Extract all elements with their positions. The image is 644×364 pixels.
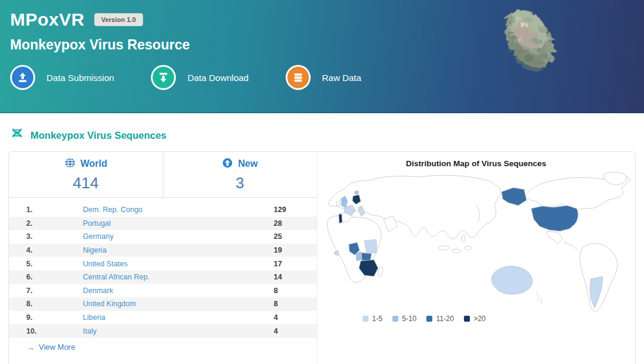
count-cell: 8: [274, 300, 278, 308]
country-link[interactable]: Italy: [83, 327, 274, 335]
virus-particle-image: [491, 1, 568, 80]
count-cell: 28: [274, 219, 282, 228]
new-value: 3: [236, 174, 244, 192]
version-badge: Version 1.0: [94, 13, 143, 26]
rank-cell: 8.: [26, 300, 83, 308]
rank-cell: 3.: [26, 232, 83, 241]
app-name: MPoxVR: [10, 10, 85, 30]
nav-label-raw-data: Raw Data: [322, 73, 361, 83]
stats-and-ranking-column: World 414 New 3 1.: [9, 152, 317, 364]
legend-swatch-gt20: [464, 316, 470, 322]
country-link[interactable]: United States: [83, 260, 274, 268]
count-cell: 19: [274, 246, 282, 254]
country-link[interactable]: Germany: [83, 232, 274, 241]
database-icon: [286, 65, 311, 90]
legend-item: 5-10: [392, 315, 416, 323]
rank-cell: 1.: [26, 206, 83, 214]
legend-label: >20: [473, 315, 485, 323]
legend-swatch-11-20: [426, 316, 432, 322]
globe-icon: [64, 157, 76, 171]
new-label: New: [238, 158, 258, 169]
country-link[interactable]: Nigeria: [83, 246, 274, 254]
stat-new: New 3: [163, 152, 317, 197]
map-country-denmark[interactable]: [355, 191, 358, 194]
dna-icon: [10, 127, 24, 144]
legend-item: 1-5: [363, 315, 382, 323]
legend-swatch-5-10: [392, 316, 398, 322]
table-row: 6. Central African Rep. 14: [9, 270, 317, 284]
rank-cell: 10.: [26, 327, 83, 335]
count-cell: 25: [274, 232, 282, 241]
table-row: 10. Italy 4: [9, 324, 317, 338]
map-legend: 1-5 5-10 11-20 >20: [363, 315, 635, 323]
table-row: 3. Germany 25: [9, 230, 317, 244]
stats-row: World 414 New 3: [9, 152, 317, 198]
rank-cell: 5.: [26, 260, 83, 268]
rank-cell: 6.: [26, 273, 83, 281]
map-panel: Distribution Map of Virus Sequences: [317, 152, 635, 364]
legend-item: >20: [464, 315, 485, 323]
country-link[interactable]: Liberia: [83, 313, 274, 322]
view-more-link[interactable]: → View More: [26, 343, 317, 352]
count-cell: 129: [274, 206, 286, 214]
legend-item: 11-20: [426, 315, 454, 323]
view-more-label: View More: [39, 343, 75, 351]
legend-swatch-1-5: [363, 316, 369, 322]
nav-data-submission[interactable]: Data Submission: [10, 65, 114, 90]
page-header: MPoxVR Version 1.0 Monkeypox Virus Resou…: [0, 0, 644, 113]
sequences-card: World 414 New 3 1.: [8, 151, 636, 364]
country-link[interactable]: Portugal: [83, 219, 274, 228]
world-label: World: [80, 158, 107, 169]
world-map[interactable]: [321, 172, 631, 313]
map-country-central-african-rep[interactable]: [361, 253, 371, 261]
table-row: 7. Denmark 8: [9, 284, 317, 298]
nav-label-data-download: Data Download: [187, 73, 249, 83]
map-country-portugal[interactable]: [339, 214, 342, 223]
count-cell: 8: [274, 287, 278, 295]
table-row: 4. Nigeria 19: [9, 244, 317, 257]
world-value: 414: [73, 174, 98, 192]
map-country-alaska[interactable]: [501, 188, 527, 206]
count-cell: 14: [274, 273, 282, 281]
map-country-australia[interactable]: [491, 266, 532, 294]
table-row: 9. Liberia 4: [9, 311, 317, 325]
table-row: 1. Dem. Rep. Congo 129: [9, 203, 317, 217]
section-heading: Monkeypox Virus Sequences: [10, 127, 644, 144]
legend-label: 11-20: [436, 315, 454, 323]
download-icon: [151, 65, 176, 90]
rank-cell: 9.: [26, 313, 83, 322]
arrow-right-icon: →: [26, 343, 35, 352]
nav-label-data-submission: Data Submission: [47, 73, 114, 83]
section-title: Monkeypox Virus Sequences: [30, 130, 166, 141]
arrow-up-circle-icon: [222, 157, 233, 171]
count-cell: 4: [274, 327, 278, 335]
count-cell: 4: [274, 313, 278, 322]
count-cell: 17: [274, 260, 282, 268]
rank-cell: 7.: [26, 287, 83, 295]
map-title: Distribution Map of Virus Sequences: [317, 159, 635, 168]
legend-label: 5-10: [402, 315, 416, 323]
map-country-united-states[interactable]: [531, 206, 578, 231]
rank-cell: 2.: [26, 219, 83, 228]
map-country-liberia[interactable]: [335, 251, 339, 256]
nav-raw-data[interactable]: Raw Data: [286, 65, 361, 90]
country-link[interactable]: Denmark: [83, 287, 274, 295]
table-row: 8. United Kingdom 8: [9, 297, 317, 311]
country-link[interactable]: Central African Rep.: [83, 273, 274, 281]
rank-cell: 4.: [26, 246, 83, 254]
country-link[interactable]: United Kingdom: [83, 300, 274, 308]
nav-data-download[interactable]: Data Download: [151, 65, 249, 90]
legend-label: 1-5: [372, 315, 382, 323]
table-row: 2. Portugal 28: [9, 217, 317, 231]
upload-icon: [10, 65, 35, 90]
map-country-sudan[interactable]: [364, 239, 377, 254]
country-ranking-table: 1. Dem. Rep. Congo 129 2. Portugal 28 3.…: [9, 203, 317, 338]
table-row: 5. United States 17: [9, 257, 317, 270]
country-link[interactable]: Dem. Rep. Congo: [83, 206, 274, 214]
stat-world: World 414: [9, 152, 163, 197]
